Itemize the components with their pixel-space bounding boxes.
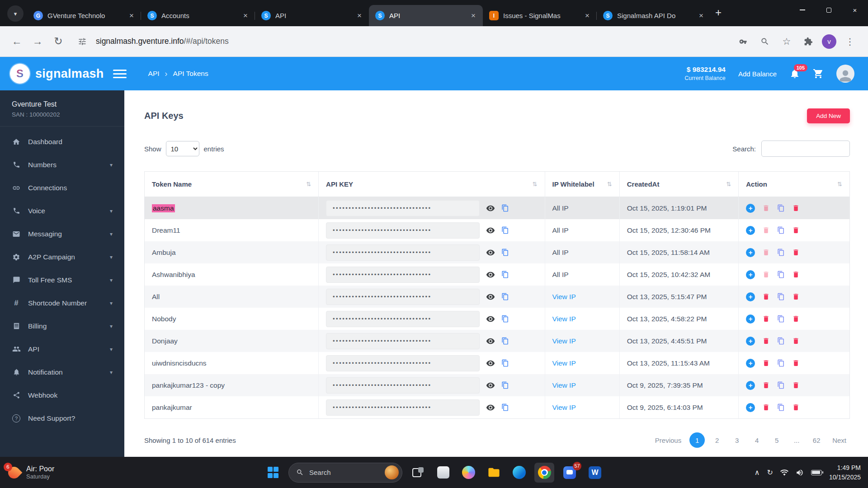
sidebar-item-api[interactable]: API▾	[0, 338, 124, 361]
delete-icon[interactable]	[762, 404, 770, 411]
sidebar-item-a2p-campaign[interactable]: A2P Campaign▾	[0, 245, 124, 268]
add-action-icon[interactable]: +	[746, 204, 755, 213]
chrome-button[interactable]	[534, 463, 554, 483]
sidebar-item-need-support[interactable]: ?Need Support?	[0, 407, 124, 430]
duplicate-icon[interactable]	[777, 249, 785, 256]
page-button-4[interactable]: 4	[749, 432, 764, 448]
password-key-icon[interactable]	[734, 33, 752, 51]
pinned-app-button[interactable]	[433, 463, 453, 483]
add-balance-link[interactable]: Add Balance	[738, 70, 777, 78]
delete-icon[interactable]	[762, 293, 770, 300]
delete-icon[interactable]	[792, 359, 800, 367]
duplicate-icon[interactable]	[777, 404, 785, 411]
add-action-icon[interactable]: +	[746, 359, 755, 368]
sidebar-item-billing[interactable]: Billing▾	[0, 314, 124, 338]
sidebar-item-numbers[interactable]: Numbers▾	[0, 153, 124, 176]
browser-tab-1[interactable]: G GVenture Technolo ×	[27, 5, 141, 26]
page-button-1[interactable]: 1	[689, 432, 705, 448]
reveal-key-icon[interactable]	[486, 314, 495, 324]
column-header-action[interactable]: Action⇅	[739, 172, 849, 197]
forward-button[interactable]: →	[28, 32, 47, 51]
url-text[interactable]: signalmash.gventure.info/#/api/tokens	[96, 37, 229, 46]
reveal-key-icon[interactable]	[486, 292, 495, 301]
delete-icon[interactable]	[792, 249, 800, 256]
add-new-button[interactable]: Add New	[807, 108, 850, 123]
add-action-icon[interactable]: +	[746, 403, 755, 412]
sidebar-item-dashboard[interactable]: Dashboard	[0, 130, 124, 153]
tab-close-icon[interactable]: ×	[356, 11, 363, 20]
page-button-5[interactable]: 5	[769, 432, 784, 448]
task-view-button[interactable]	[408, 463, 428, 483]
sort-icon[interactable]: ⇅	[533, 181, 538, 188]
sidebar-item-toll-free-sms[interactable]: Toll Free SMS▾	[0, 268, 124, 291]
word-button[interactable]: W	[585, 463, 605, 483]
sidebar-item-shortcode-number[interactable]: #Shortcode Number▾	[0, 291, 124, 314]
copilot-button[interactable]	[458, 463, 478, 483]
battery-icon[interactable]	[811, 470, 822, 475]
copy-key-icon[interactable]	[501, 315, 509, 323]
duplicate-icon[interactable]	[777, 359, 785, 367]
copy-key-icon[interactable]	[501, 249, 509, 256]
browser-profile-avatar[interactable]: v	[822, 34, 836, 49]
duplicate-icon[interactable]	[777, 293, 785, 300]
duplicate-icon[interactable]	[777, 226, 785, 234]
delete-icon[interactable]	[762, 204, 770, 212]
sort-icon[interactable]: ⇅	[306, 181, 311, 188]
copy-key-icon[interactable]	[501, 226, 509, 234]
sidebar-toggle-icon[interactable]	[113, 70, 127, 78]
back-button[interactable]: ←	[7, 32, 26, 51]
reveal-key-icon[interactable]	[486, 381, 495, 390]
sort-icon[interactable]: ⇅	[726, 181, 731, 188]
sidebar-item-voice[interactable]: Voice▾	[0, 199, 124, 222]
page-size-select[interactable]: 10	[166, 141, 199, 156]
edge-button[interactable]	[509, 463, 529, 483]
tab-close-icon[interactable]: ×	[242, 11, 249, 20]
bookmark-star-icon[interactable]: ☆	[778, 33, 796, 51]
view-ip-link[interactable]: View IP	[552, 315, 576, 323]
delete-icon[interactable]	[792, 204, 800, 212]
wifi-icon[interactable]	[780, 469, 788, 477]
tab-close-icon[interactable]: ×	[584, 11, 590, 20]
delete-icon[interactable]	[792, 315, 800, 323]
sidebar-item-webhook[interactable]: Webhook	[0, 384, 124, 407]
browser-tab-6[interactable]: S Signalmash API Do ×	[597, 5, 711, 26]
view-ip-link[interactable]: View IP	[552, 381, 576, 389]
file-explorer-button[interactable]	[484, 463, 504, 483]
minimize-button[interactable]	[789, 0, 816, 20]
tab-close-icon[interactable]: ×	[128, 11, 135, 20]
reveal-key-icon[interactable]	[486, 204, 495, 213]
reveal-key-icon[interactable]	[486, 226, 495, 235]
page-button-2[interactable]: 2	[709, 432, 725, 448]
extensions-puzzle-icon[interactable]	[799, 33, 817, 51]
delete-icon[interactable]	[792, 271, 800, 278]
duplicate-icon[interactable]	[777, 381, 785, 389]
page-button-62[interactable]: 62	[809, 432, 824, 448]
copy-key-icon[interactable]	[501, 204, 509, 212]
sidebar-item-notification[interactable]: Notification▾	[0, 361, 124, 384]
browser-tab-5[interactable]: I Issues - SignalMas ×	[483, 5, 597, 26]
add-action-icon[interactable]: +	[746, 248, 755, 257]
delete-icon[interactable]	[762, 249, 770, 256]
copy-key-icon[interactable]	[501, 359, 509, 367]
copy-key-icon[interactable]	[501, 337, 509, 345]
delete-icon[interactable]	[762, 359, 770, 367]
add-action-icon[interactable]: +	[746, 314, 755, 324]
column-header-ip-whitelabel[interactable]: IP Whitelabel⇅	[545, 172, 620, 197]
delete-icon[interactable]	[792, 226, 800, 234]
browser-tab-2[interactable]: S Accounts ×	[141, 5, 255, 26]
start-button[interactable]	[263, 463, 283, 483]
duplicate-icon[interactable]	[777, 315, 785, 323]
column-header-api-key[interactable]: API KEY⇅	[319, 172, 545, 197]
reveal-key-icon[interactable]	[486, 403, 495, 412]
taskbar-search-box[interactable]: Search	[288, 463, 402, 483]
address-bar[interactable]: signalmash.gventure.info/#/api/tokens	[70, 33, 732, 50]
delete-icon[interactable]	[762, 337, 770, 345]
table-search-input[interactable]	[761, 141, 850, 157]
delete-icon[interactable]	[762, 271, 770, 278]
sort-icon[interactable]: ⇅	[837, 181, 842, 188]
view-ip-link[interactable]: View IP	[552, 293, 576, 301]
breadcrumb-root[interactable]: API	[148, 70, 160, 78]
copy-key-icon[interactable]	[501, 381, 509, 389]
add-action-icon[interactable]: +	[746, 226, 755, 235]
close-button[interactable]: ×	[842, 0, 868, 20]
